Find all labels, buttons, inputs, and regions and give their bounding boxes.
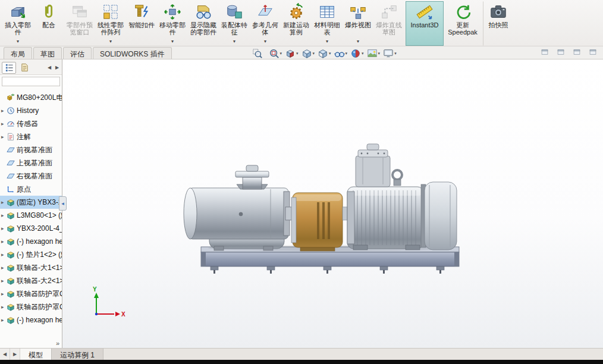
tree-item-icon <box>7 146 15 154</box>
zoom-to-area-button[interactable]: ▾ <box>268 48 283 59</box>
reference-geometry[interactable]: 参考几何体 ▾ <box>250 1 281 46</box>
component-preview-window[interactable]: 零部件预览窗口 ▾ <box>64 1 95 46</box>
expand-arrow-icon[interactable]: ▸ <box>1 226 7 231</box>
tree-item[interactable]: ▸ 右视基准面 <box>0 170 62 183</box>
expand-arrow-icon[interactable]: ▸ <box>1 200 7 205</box>
view-orientation-button[interactable]: ▾ <box>301 48 316 59</box>
viewport-pane-button-1[interactable] <box>541 48 549 58</box>
tree-item[interactable]: ▸ 联轴器防护罩G80 <box>0 300 62 313</box>
property-manager-tab[interactable] <box>17 62 32 74</box>
window-pane-icon <box>589 48 597 57</box>
instant3d[interactable]: Instant3D ▾ <box>406 1 444 46</box>
explode-line-sketch[interactable]: 爆炸直线草图 ▾ <box>373 1 404 46</box>
tree-item[interactable]: ▸ 联轴器-大1<1> ( <box>0 261 62 274</box>
scroll-right-arrow[interactable]: ▶ <box>54 63 61 73</box>
expand-arrow-icon[interactable]: ▸ <box>1 121 7 127</box>
smart-fasteners[interactable]: 智能扣件 ▾ <box>126 1 157 46</box>
tree-item[interactable]: ▸ 原点 <box>0 183 62 196</box>
chevron-down-icon[interactable]: ▾ <box>329 51 331 56</box>
chevron-down-icon[interactable]: ▾ <box>296 51 299 56</box>
chevron-down-icon[interactable]: ▾ <box>171 39 174 44</box>
tree-item[interactable]: ▸ 联轴器防护罩G80 <box>0 287 62 300</box>
tree-item[interactable]: ▸ 联轴器-大2<1> ( <box>0 274 62 287</box>
tree-item[interactable]: ▸ (-) hexagon heac <box>0 235 62 248</box>
layout-tab[interactable]: 布局 <box>4 47 32 59</box>
expand-arrow-icon[interactable]: ▸ <box>1 318 7 323</box>
graphics-area[interactable]: Y X <box>62 59 603 348</box>
panel-collapse-arrow[interactable]: ◂ <box>59 196 67 211</box>
chevron-down-icon[interactable]: ▾ <box>357 39 359 44</box>
insert-components[interactable]: 插入零部件 ▾ <box>2 1 33 46</box>
expand-arrow-icon[interactable]: ▸ <box>1 278 7 284</box>
linear-component-pattern[interactable]: 线性零部件阵列 ▾ <box>95 1 126 46</box>
expand-arrow-icon[interactable]: ▸ <box>1 108 7 114</box>
tree-item[interactable]: ▸ (-) hexagon heac <box>0 313 62 327</box>
chevron-down-icon[interactable]: ▾ <box>394 51 397 56</box>
tree-filter-input[interactable] <box>2 77 60 86</box>
expand-arrow-icon[interactable]: ▸ <box>1 134 7 140</box>
evaluate-tab[interactable]: 评估 <box>63 47 92 59</box>
motion-study-tab[interactable]: 运动算例 1 <box>52 349 103 360</box>
assembly-features[interactable]: 装配体特征 ▾ <box>219 1 250 46</box>
chevron-down-icon[interactable]: ▾ <box>109 39 112 44</box>
chevron-down-icon[interactable]: ▾ <box>326 39 328 44</box>
chevron-down-icon[interactable]: ▾ <box>313 51 315 56</box>
chevron-down-icon[interactable]: ▾ <box>378 51 381 56</box>
tree-item[interactable]: ▸ YBX3-200L-4_30l <box>0 222 62 235</box>
tree-item[interactable]: ▸ (-) 垫片1<2> (默 <box>0 248 62 261</box>
tree-item[interactable]: ▸ 传感器 <box>0 117 62 130</box>
update-speedpak[interactable]: 更新 Speedpak ▾ <box>444 1 482 46</box>
take-snapshot[interactable]: 拍快照 ▾ <box>483 1 514 46</box>
view-tool-icon <box>252 48 263 59</box>
exploded-view[interactable]: 爆炸视图 ▾ <box>343 1 373 46</box>
tree-item[interactable]: ▸ History <box>0 104 62 117</box>
tab-scroll-right-button[interactable]: ▶ <box>10 349 20 360</box>
tree-item[interactable]: ▸ L3MG80<1> (默 <box>0 209 62 222</box>
toolbar-button-label: 爆炸直线草图 <box>374 21 404 36</box>
tab-scroll-left-button[interactable]: ◀ <box>0 349 10 360</box>
show-hidden-components[interactable]: 显示隐藏的零部件 ▾ <box>188 1 219 46</box>
model-tab[interactable]: 模型 <box>20 349 52 360</box>
chevron-down-icon[interactable]: ▾ <box>346 51 348 56</box>
pump-motor-assembly-model[interactable]: Y X <box>62 59 603 348</box>
tree-item-label: 上视基准面 <box>17 158 52 168</box>
apply-scene-button[interactable]: ▾ <box>366 48 381 59</box>
solidworks-add-ins-tab[interactable]: SOLIDWORKS 插件 <box>93 47 172 59</box>
expand-arrow-icon[interactable]: ▸ <box>1 239 7 244</box>
sketch-tab[interactable]: 草图 <box>33 47 62 59</box>
tree-item[interactable]: ▸ MG80+200L电机装 <box>0 91 62 104</box>
bill-of-materials[interactable]: 材料明细表 ▾ <box>312 1 343 46</box>
feature-tree-tab[interactable] <box>2 62 16 74</box>
mate[interactable]: 配合 ▾ <box>33 1 64 46</box>
tree-item[interactable]: ▸ 注解 <box>0 130 62 143</box>
zoom-to-fit-button[interactable]: ▾ <box>252 48 266 59</box>
display-style-button[interactable]: ▾ <box>317 48 332 59</box>
move-component[interactable]: 移动零部件 ▾ <box>157 1 188 46</box>
expand-arrow-icon[interactable]: ▸ <box>1 252 7 258</box>
edit-appearance-button[interactable]: ▾ <box>350 48 365 59</box>
tree-item-icon <box>7 133 15 141</box>
chevron-down-icon[interactable]: ▾ <box>233 39 235 44</box>
tree-item[interactable]: ▸ 上视基准面 <box>0 156 62 170</box>
view-settings-button[interactable]: ▾ <box>382 48 397 59</box>
viewport-pane-button-3[interactable] <box>573 48 581 58</box>
chevron-down-icon[interactable]: ▾ <box>280 51 282 56</box>
command-manager-toolbar: 插入零部件 ▾ 配合 ▾ 零部件预览窗口 ▾ 线性零部件阵列 ▾ <box>0 0 603 46</box>
hide-show-items-button[interactable]: ▾ <box>334 48 348 59</box>
scroll-left-arrow[interactable]: ◀ <box>46 63 53 73</box>
panel-overflow-chevron[interactable]: » <box>56 340 59 347</box>
chevron-down-icon[interactable]: ▾ <box>362 51 364 56</box>
chevron-down-icon[interactable]: ▾ <box>17 39 19 44</box>
tree-item[interactable]: ▸ 前视基准面 <box>0 143 62 156</box>
section-view-button[interactable]: ▾ <box>284 48 299 59</box>
toolbar-button-icon <box>133 3 150 21</box>
tree-item[interactable]: ▸ (固定) YBX3-200L <box>0 196 62 209</box>
expand-arrow-icon[interactable]: ▸ <box>1 305 7 310</box>
viewport-pane-button-4[interactable] <box>589 48 597 58</box>
new-motion-study[interactable]: 新建运动算例 ▾ <box>281 1 312 46</box>
expand-arrow-icon[interactable]: ▸ <box>1 291 7 297</box>
chevron-down-icon[interactable]: ▾ <box>264 39 266 44</box>
expand-arrow-icon[interactable]: ▸ <box>1 213 7 218</box>
expand-arrow-icon[interactable]: ▸ <box>1 265 7 271</box>
viewport-pane-button-2[interactable] <box>557 48 565 58</box>
